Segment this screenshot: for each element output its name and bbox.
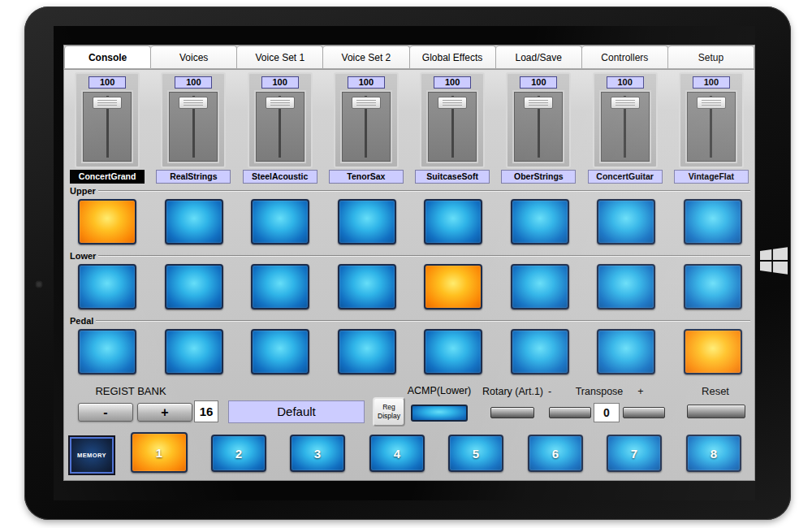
bank-name-display[interactable]: Default <box>228 400 365 423</box>
memory-button[interactable]: MEMORY <box>70 437 114 474</box>
lower-pad-2[interactable] <box>165 264 223 309</box>
upper-pad-7[interactable] <box>597 199 655 245</box>
fader-handle[interactable] <box>93 97 122 109</box>
bank-plus-button[interactable]: + <box>137 403 192 422</box>
fader-value-3: 100 <box>261 76 299 89</box>
fader-voice-label-3[interactable]: SteelAcoustic <box>243 170 317 184</box>
lower-pad-5[interactable] <box>424 264 482 309</box>
upper-pad-5[interactable] <box>424 199 482 245</box>
fader-handle[interactable] <box>611 97 640 109</box>
fader-voice-label-7[interactable]: ConcertGuitar <box>588 170 663 184</box>
regist-pad-1[interactable]: 1 <box>131 432 188 473</box>
pedal-pad-5[interactable] <box>424 329 482 374</box>
fader-slider-2[interactable] <box>167 90 219 163</box>
fader-voice-label-8[interactable]: VintageFlat <box>674 170 749 184</box>
section-upper-label: Upper <box>70 186 98 196</box>
lower-pad-4[interactable] <box>338 264 396 309</box>
fader-handle[interactable] <box>266 97 295 109</box>
fader-handle[interactable] <box>438 97 467 109</box>
pedal-pad-7[interactable] <box>597 329 655 374</box>
tab-global-effects[interactable]: Global Effects <box>410 45 496 69</box>
lower-pad-1[interactable] <box>78 264 136 309</box>
fader-slider-6[interactable] <box>512 90 564 163</box>
tab-console[interactable]: Console <box>64 45 151 69</box>
regist-pad-6[interactable]: 6 <box>528 435 583 472</box>
fader-handle[interactable] <box>524 97 553 109</box>
lower-pad-7[interactable] <box>597 264 655 309</box>
lower-pad-3[interactable] <box>251 264 309 309</box>
acmp-button[interactable] <box>411 405 468 422</box>
fader-channel-6: 100 OberStrings <box>495 72 581 185</box>
upper-pad-6[interactable] <box>511 199 569 245</box>
fader-slider-7[interactable] <box>599 90 651 163</box>
regist-pad-3[interactable]: 3 <box>290 435 345 472</box>
windows-logo-icon <box>760 247 788 275</box>
fader-channel-1: 100 ConcertGrand <box>64 72 150 185</box>
tab-controllers[interactable]: Controllers <box>582 45 668 69</box>
fader-voice-label-5[interactable]: SuitcaseSoft <box>415 170 490 184</box>
pedal-pad-2[interactable] <box>165 329 223 374</box>
tab-voices[interactable]: Voices <box>151 45 237 69</box>
pedal-pad-1[interactable] <box>78 329 136 374</box>
lower-pad-8[interactable] <box>684 264 742 309</box>
fader-voice-label-1[interactable]: ConcertGrand <box>70 170 145 184</box>
page: Console Voices Voice Set 1 Voice Set 2 G… <box>0 0 812 528</box>
fader-channel-2: 100 RealStrings <box>150 72 236 185</box>
tab-setup[interactable]: Setup <box>668 45 754 69</box>
upper-pad-3[interactable] <box>251 199 309 245</box>
lower-pad-6[interactable] <box>511 264 569 309</box>
pedal-pad-3[interactable] <box>251 329 309 374</box>
section-lower-label: Lower <box>70 251 98 261</box>
tab-load-save[interactable]: Load/Save <box>496 45 582 69</box>
tab-voice-set-2[interactable]: Voice Set 2 <box>323 45 409 69</box>
fader-voice-label-2[interactable]: RealStrings <box>156 170 231 184</box>
regist-pad-7[interactable]: 7 <box>607 435 662 472</box>
fader-handle[interactable] <box>179 97 208 109</box>
reset-button[interactable] <box>687 405 745 418</box>
divider <box>96 320 750 322</box>
regist-pad-8[interactable]: 8 <box>686 435 741 472</box>
upper-pad-4[interactable] <box>338 199 396 245</box>
fader-slider-1[interactable] <box>81 90 133 163</box>
fader-voice-label-4[interactable]: TenorSax <box>329 170 404 184</box>
fader-slider-3[interactable] <box>254 90 306 163</box>
regist-pad-5[interactable]: 5 <box>448 435 503 472</box>
bank-number-display: 16 <box>194 400 218 422</box>
bottom-controls: REGIST BANK - + 16 Default Reg Display A… <box>64 382 754 431</box>
upper-pad-1[interactable] <box>78 199 136 245</box>
fader-channel-3: 100 SteelAcoustic <box>237 72 323 185</box>
regist-bank-label: REGIST BANK <box>70 385 192 397</box>
fader-slider-8[interactable] <box>685 90 737 163</box>
transpose-plus-button[interactable] <box>623 407 665 418</box>
fader-value-6: 100 <box>520 76 557 89</box>
upper-pad-2[interactable] <box>165 199 223 245</box>
fader-value-7: 100 <box>607 76 644 89</box>
rotary-button[interactable] <box>490 407 534 418</box>
upper-pad-8[interactable] <box>684 199 742 245</box>
bank-minus-button[interactable]: - <box>78 403 133 422</box>
transpose-plus-label: + <box>633 386 649 397</box>
fader-slider-5[interactable] <box>426 90 478 163</box>
windows-button[interactable] <box>760 247 788 275</box>
pedal-pad-6[interactable] <box>511 329 569 374</box>
app-window: Console Voices Voice Set 1 Voice Set 2 G… <box>63 45 755 481</box>
fader-slider-4[interactable] <box>340 90 392 163</box>
transpose-minus-button[interactable] <box>549 407 591 418</box>
pedal-pad-4[interactable] <box>338 329 396 374</box>
fader-handle[interactable] <box>697 97 726 109</box>
divider <box>98 255 750 257</box>
regist-pad-4[interactable]: 4 <box>369 435 425 472</box>
fader-channel-7: 100 ConcertGuitar <box>582 72 668 185</box>
fader-handle[interactable] <box>352 97 381 109</box>
section-pedal: Pedal <box>70 315 750 374</box>
fader-value-1: 100 <box>89 76 126 89</box>
pedal-pad-8[interactable] <box>684 329 742 374</box>
tab-voice-set-1[interactable]: Voice Set 1 <box>237 45 323 69</box>
fader-voice-label-6[interactable]: OberStrings <box>501 170 576 184</box>
fader-value-8: 100 <box>693 76 730 89</box>
camera-icon <box>36 281 42 288</box>
fader-panel: 100 ConcertGrand 100 RealStrings <box>64 70 754 185</box>
reg-display-button[interactable]: Reg Display <box>373 397 405 426</box>
regist-pad-2[interactable]: 2 <box>211 435 266 472</box>
fader-value-2: 100 <box>175 76 212 89</box>
